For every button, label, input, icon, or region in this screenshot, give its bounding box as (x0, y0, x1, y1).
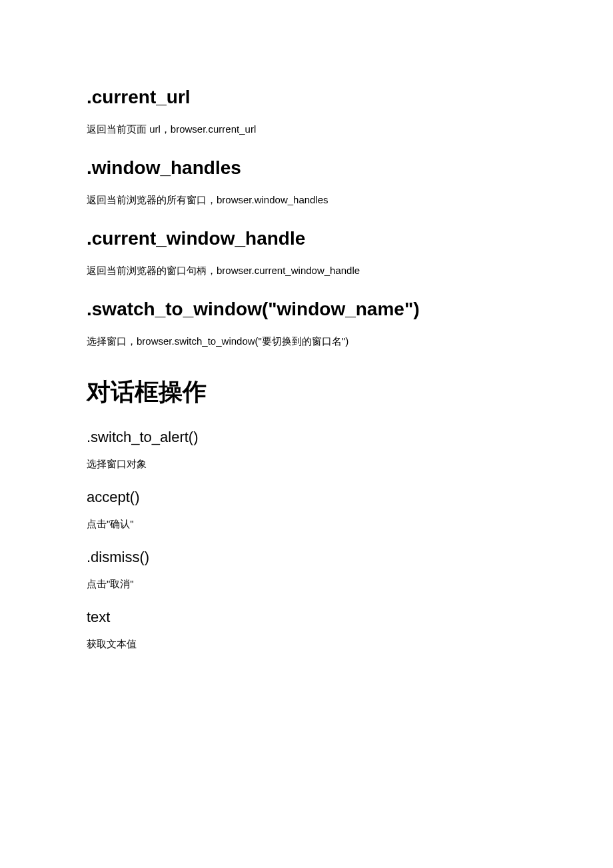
desc-switch-to-alert: 选择窗口对象 (87, 456, 526, 472)
heading-current-window-handle: .current_window_handle (87, 228, 526, 249)
heading-dialog-operations: 对话框操作 (87, 376, 526, 409)
desc-dismiss: 点击"取消" (87, 576, 526, 592)
heading-window-handles: .window_handles (87, 157, 526, 179)
desc-accept: 点击"确认" (87, 516, 526, 532)
desc-current-url: 返回当前页面 url，browser.current_url (87, 121, 526, 137)
heading-current-url: .current_url (87, 87, 526, 108)
heading-accept: accept() (87, 489, 526, 506)
desc-current-window-handle: 返回当前浏览器的窗口句柄，browser.current_window_hand… (87, 263, 526, 279)
heading-dismiss: .dismiss() (87, 549, 526, 566)
desc-text: 获取文本值 (87, 636, 526, 652)
document-page: .current_url 返回当前页面 url，browser.current_… (0, 0, 613, 868)
desc-swatch-to-window: 选择窗口，browser.switch_to_window("要切换到的窗口名"… (87, 333, 526, 349)
heading-switch-to-alert: .switch_to_alert() (87, 429, 526, 446)
desc-window-handles: 返回当前浏览器的所有窗口，browser.window_handles (87, 192, 526, 208)
heading-text: text (87, 609, 526, 626)
heading-swatch-to-window: .swatch_to_window("window_name") (87, 299, 526, 320)
